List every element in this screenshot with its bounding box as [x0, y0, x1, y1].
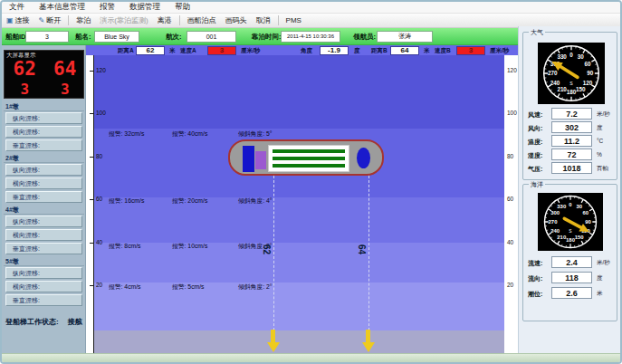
speed-b-label: 速度B — [435, 47, 451, 55]
svg-text:30: 30 — [578, 53, 584, 60]
speed-a-unit: 厘米/秒 — [241, 47, 260, 55]
dolphin-group-4-header: 4#墩 — [4, 205, 84, 215]
distance-b-value: 64 — [390, 46, 419, 55]
alarm-thresholds-line-4: 报警: 4cm/s报警: 5cm/s倾斜角度: 2° — [93, 283, 492, 291]
drift-item: 横向漂移: — [5, 281, 82, 292]
alarm-band-1 — [93, 55, 504, 129]
svg-text:150: 150 — [576, 86, 586, 92]
menu-item-data-mgmt[interactable]: 数据管理 — [122, 2, 167, 13]
pilot-label: 领航员: — [353, 33, 376, 42]
measurement-row: 距离A 62 米 速度A 3 厘米/秒 角度 -1.9 度 距离B 64 米 速… — [86, 45, 518, 55]
speed-a-value: 3 — [207, 46, 236, 55]
gangway-status-label: 登船梯工作状态: — [5, 318, 59, 326]
distance-line-a — [273, 176, 274, 330]
ship-bow-ellipse — [357, 148, 370, 168]
drift-item: 纵向漂移: — [5, 164, 82, 176]
distance-a-value: 62 — [136, 46, 165, 55]
wind-dir-value: 302 — [551, 121, 592, 133]
bigscreen-display-panel: 大屏幕显示 62 64 3 3 — [4, 50, 84, 99]
bigscreen-distance-b: 64 — [53, 58, 76, 80]
distance-marker-b: 64 — [357, 244, 367, 254]
pilot-field[interactable]: 张涛 — [377, 31, 433, 43]
toolbar-berth-button[interactable]: 靠泊 — [72, 14, 95, 26]
toolbar-disconnect-button[interactable]: ✎断开 — [34, 14, 66, 26]
dolphin-group-1-header: 1#墩 — [4, 101, 84, 111]
menu-item-alarm[interactable]: 报警 — [92, 2, 122, 13]
ocean-panel: 海洋 0306090120150180210240270300330S 流速: … — [522, 184, 617, 321]
wind-direction-gauge: 0306090120150180210240270300330S — [538, 43, 605, 104]
wind-dir-label: 风向: — [528, 124, 551, 133]
svg-text:300: 300 — [550, 210, 560, 216]
weather-panel-title: 大气 — [529, 28, 545, 37]
y-tick-label-right: 20 — [507, 282, 518, 288]
y-tick-label-right: 60 — [507, 196, 518, 202]
y-tick-label-right: 100 — [507, 110, 518, 116]
environment-column: 大气 0306090120150180210240270300330S 风速: … — [518, 26, 620, 353]
current-direction-gauge: 0306090120150180210240270300330S — [538, 193, 603, 251]
drift-item: 垂直漂移: — [5, 191, 82, 203]
menu-item-help[interactable]: 帮助 — [167, 2, 197, 13]
toolbar-draw-berthpoint-button[interactable]: 画船泊点 — [183, 14, 221, 26]
current-dir-label: 流向: — [528, 274, 551, 283]
y-tick-label: 100 — [96, 110, 114, 116]
toolbar-pms-button[interactable]: PMS — [282, 14, 306, 26]
berthing-plot: 距离A 62 米 速度A 3 厘米/秒 角度 -1.9 度 距离B 64 米 速… — [86, 45, 518, 353]
disconnect-icon: ✎ — [39, 16, 45, 24]
toolbar-demo-monitor-button: 演示(靠泊监测) — [95, 14, 152, 26]
y-tick-label-right: 80 — [507, 153, 518, 159]
toolbar-draw-dock-button[interactable]: 画码头 — [221, 14, 252, 26]
bigscreen-speed-a: 3 — [20, 81, 29, 98]
sensor-arrow-b — [366, 330, 370, 342]
drift-item: 纵向漂移: — [5, 267, 82, 279]
temperature-label: 温度: — [528, 138, 551, 147]
gangway-status: 登船梯工作状态:接舷 — [5, 317, 82, 327]
current-speed-unit: 米/秒 — [597, 259, 610, 267]
weather-panel: 大气 0306090120150180210240270300330S 风速: … — [522, 32, 617, 180]
ship-cargo-hatch — [268, 145, 349, 172]
berth-time-field[interactable]: 2011-4-15 10:30:36 — [281, 31, 340, 43]
drift-item: 垂直漂移: — [5, 139, 82, 151]
toolbar-cancel-button[interactable]: 取消 — [252, 14, 275, 26]
cargo-stripe — [273, 149, 345, 153]
cargo-stripe — [273, 157, 345, 160]
alarm-thresholds-line-2: 报警: 16cm/s报警: 20cm/s倾斜角度: 4° — [93, 196, 492, 205]
distance-marker-a: 62 — [262, 244, 272, 254]
speed-b-unit: 厘米/秒 — [490, 47, 509, 55]
ship-name-label: 船名: — [75, 33, 91, 42]
svg-text:330: 330 — [557, 53, 567, 60]
svg-text:180: 180 — [567, 89, 577, 95]
ship-bridge-block — [243, 146, 254, 172]
svg-text:150: 150 — [575, 235, 585, 240]
svg-text:120: 120 — [583, 80, 593, 86]
current-speed-label: 流速: — [528, 259, 551, 268]
distance-a-label: 距离A — [118, 47, 134, 55]
svg-text:180: 180 — [566, 237, 576, 243]
drift-item: 纵向漂移: — [5, 216, 82, 227]
voyage-field[interactable]: 001 — [187, 31, 236, 43]
menu-item-basic-info-mgmt[interactable]: 基本信息管理 — [32, 2, 92, 13]
sensor-arrow-a — [271, 330, 275, 342]
tide-level-value: 2.6 — [551, 287, 592, 299]
ship-name-field[interactable]: Blue Sky — [94, 31, 139, 43]
y-tick-label-right: 40 — [507, 239, 518, 245]
ship-id-field[interactable]: 3 — [25, 31, 69, 43]
tide-level-unit: 米 — [597, 290, 603, 298]
temperature-value: 11.2 — [551, 135, 592, 147]
menu-item-file[interactable]: 文件 — [2, 2, 32, 13]
cargo-stripe — [273, 164, 345, 168]
dolphin-group-5-header: 5#墩 — [4, 256, 84, 266]
svg-text:270: 270 — [548, 70, 558, 76]
toolbar-connect-button[interactable]: ▣连接 — [2, 14, 34, 26]
drift-item: 垂直漂移: — [5, 243, 82, 254]
toolbar-depart-button[interactable]: 离港 — [153, 14, 177, 26]
distance-a-unit: 米 — [169, 47, 176, 55]
svg-text:90: 90 — [585, 219, 591, 225]
bigscreen-speed-b: 3 — [61, 81, 70, 98]
ocean-panel-title: 海洋 — [529, 180, 545, 189]
svg-text:210: 210 — [557, 86, 567, 92]
svg-text:240: 240 — [550, 80, 560, 86]
tide-level-label: 潮位: — [528, 290, 551, 299]
y-tick-label: 120 — [96, 67, 114, 73]
drift-item: 纵向漂移: — [5, 112, 82, 124]
voyage-label: 航次: — [166, 33, 182, 42]
